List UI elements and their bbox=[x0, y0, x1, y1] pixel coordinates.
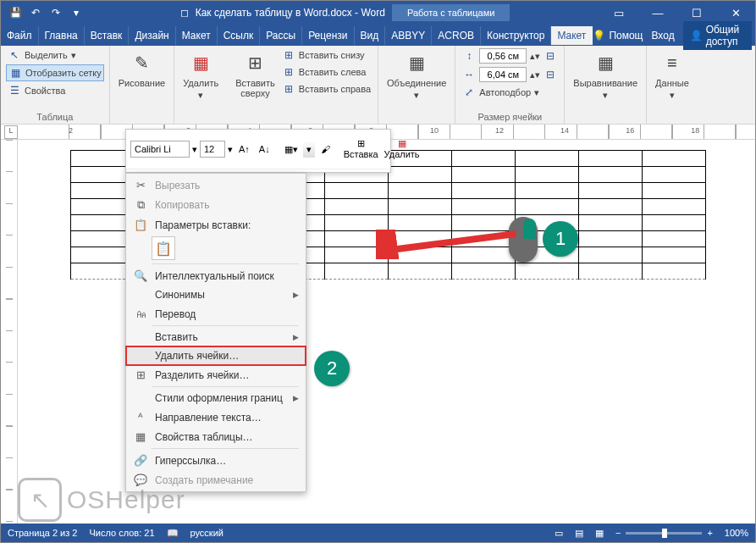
share-icon: 👤 bbox=[690, 30, 703, 42]
alignment-button[interactable]: ▦Выравнивание▾ bbox=[570, 47, 641, 102]
workspace bbox=[1, 140, 755, 524]
paste-option-keep-source[interactable]: 📋 bbox=[152, 236, 175, 260]
chevron-right-icon: ▶ bbox=[293, 291, 299, 299]
insert-left-button[interactable]: ⊞Вставить слева bbox=[280, 64, 372, 80]
tab-abbyy[interactable]: ABBYY bbox=[385, 26, 432, 45]
tab-design[interactable]: Дизайн bbox=[129, 26, 175, 45]
ctx-synonyms[interactable]: Синонимы▶ bbox=[126, 285, 306, 304]
tab-layout[interactable]: Макет bbox=[176, 26, 218, 45]
view-print-icon[interactable]: ▤ bbox=[575, 528, 583, 539]
format-painter-icon[interactable]: 🖌 bbox=[317, 141, 334, 158]
insert-right-icon: ⊞ bbox=[282, 82, 295, 96]
delete-button[interactable]: ▦Удалить▾ bbox=[179, 47, 222, 102]
insert-right-button[interactable]: ⊞Вставить справа bbox=[280, 81, 372, 97]
ribbon: ↖Выделить ▾ ▦Отобразить сетку ☰Свойства … bbox=[1, 46, 755, 125]
ctx-insert[interactable]: Вставить▶ bbox=[126, 328, 306, 346]
redo-icon[interactable]: ↷ bbox=[47, 3, 65, 22]
merge-icon: ▦ bbox=[403, 49, 430, 76]
ctx-translate[interactable]: 🗛Перевод bbox=[126, 304, 306, 324]
quick-access-toolbar: 💾 ↶ ↷ ▾ bbox=[1, 3, 91, 22]
grow-font-icon[interactable]: A↑ bbox=[235, 141, 253, 158]
delete-icon: ▦ bbox=[398, 139, 406, 148]
tab-table-design[interactable]: Конструктор bbox=[481, 26, 551, 45]
status-language[interactable]: русский bbox=[190, 528, 223, 538]
tab-table-layout[interactable]: Макет bbox=[551, 26, 593, 45]
font-family-input[interactable] bbox=[130, 141, 190, 158]
status-page[interactable]: Страница 2 из 2 bbox=[8, 528, 77, 538]
row-height-input[interactable] bbox=[479, 48, 527, 64]
tab-view[interactable]: Вид bbox=[355, 26, 386, 45]
signin-label[interactable]: Вход bbox=[651, 30, 674, 42]
cut-icon: ✂ bbox=[133, 179, 148, 191]
tab-file[interactable]: Файл bbox=[1, 26, 39, 45]
tab-mailings[interactable]: Рассы bbox=[260, 26, 302, 45]
ruler-vertical[interactable] bbox=[1, 140, 18, 524]
insert-left-icon: ⊞ bbox=[282, 65, 295, 79]
tab-references[interactable]: Ссылк bbox=[218, 26, 261, 45]
ctx-table-properties[interactable]: ▦Свойства таблицы… bbox=[126, 427, 306, 446]
distribute-cols-icon[interactable]: ⊟ bbox=[544, 68, 557, 81]
ctx-text-direction[interactable]: ᴬНаправление текста… bbox=[126, 407, 306, 427]
ctx-border-styles[interactable]: Стили оформления границ▶ bbox=[126, 389, 306, 407]
tab-insert[interactable]: Вставк bbox=[85, 26, 130, 45]
status-words[interactable]: Число слов: 21 bbox=[89, 528, 154, 538]
row-height-field[interactable]: ↕▴▾⊟ bbox=[461, 47, 559, 64]
ctx-delete-cells[interactable]: Удалить ячейки… bbox=[126, 346, 306, 365]
font-size-input[interactable] bbox=[200, 141, 225, 158]
col-width-field[interactable]: ↔▴▾⊟ bbox=[461, 66, 559, 83]
properties-icon: ☰ bbox=[8, 84, 21, 97]
zoom-out-icon[interactable]: − bbox=[615, 528, 621, 538]
align-icon: ▦ bbox=[592, 49, 619, 76]
merge-button[interactable]: ▦Объединение▾ bbox=[384, 47, 450, 102]
zoom-in-icon[interactable]: + bbox=[707, 528, 712, 538]
zoom-level[interactable]: 100% bbox=[725, 528, 748, 538]
translate-icon: 🗛 bbox=[133, 308, 148, 320]
tab-home[interactable]: Главна bbox=[39, 26, 85, 45]
border-style-icon[interactable]: ▦▾ bbox=[282, 141, 301, 158]
group-alignment: ▦Выравнивание▾ bbox=[565, 46, 647, 124]
autofit-button[interactable]: ⤢Автоподбор ▾ bbox=[461, 85, 559, 100]
view-read-icon[interactable]: ▭ bbox=[555, 528, 563, 539]
callout-2: 2 bbox=[314, 351, 350, 386]
cursor-icon: ↖ bbox=[8, 48, 21, 62]
ctx-hyperlink[interactable]: 🔗Гиперссылка… bbox=[126, 451, 306, 470]
insert-above-button[interactable]: ⊞Вставить сверху bbox=[232, 47, 279, 100]
group-draw: ✎Рисование bbox=[110, 46, 174, 124]
context-menu: ✂Вырезать ⧉Копировать 📋Параметры вставки… bbox=[125, 173, 306, 492]
qat-custom-icon[interactable]: ▾ bbox=[67, 3, 86, 22]
callout-1: 1 bbox=[543, 221, 578, 257]
text-direction-icon: ᴬ bbox=[133, 411, 148, 424]
mini-insert-button[interactable]: ⊞Вставка bbox=[342, 138, 380, 160]
ctx-paste-options: 📋Параметры вставки: bbox=[126, 215, 306, 235]
select-button[interactable]: ↖Выделить ▾ bbox=[6, 47, 104, 63]
word-icon: ◻ bbox=[180, 7, 189, 19]
tab-acrobat[interactable]: ACROB bbox=[432, 26, 481, 45]
view-gridlines-button[interactable]: ▦Отобразить сетку bbox=[6, 64, 104, 81]
col-width-input[interactable] bbox=[479, 67, 527, 82]
insert-above-icon: ⊞ bbox=[241, 49, 268, 76]
distribute-rows-icon[interactable]: ⊟ bbox=[544, 49, 557, 63]
ctx-copy[interactable]: ⧉Копировать bbox=[126, 195, 306, 215]
ctx-smart-lookup[interactable]: 🔍Интеллектуальный поиск bbox=[126, 266, 306, 285]
zoom-slider[interactable]: − + bbox=[615, 528, 713, 538]
data-button[interactable]: ≡Данные▾ bbox=[652, 47, 693, 102]
view-web-icon[interactable]: ▦ bbox=[595, 528, 604, 539]
undo-icon[interactable]: ↶ bbox=[26, 3, 45, 22]
ctx-split-cells[interactable]: ⊞Разделить ячейки… bbox=[126, 365, 306, 385]
ctx-cut[interactable]: ✂Вырезать bbox=[126, 175, 306, 195]
tab-review[interactable]: Рецензи bbox=[302, 26, 354, 45]
grid-icon: ▦ bbox=[8, 66, 22, 80]
insert-below-button[interactable]: ⊞Вставить снизу bbox=[280, 47, 372, 63]
watermark-cursor-icon: ↖ bbox=[18, 478, 62, 522]
save-icon[interactable]: 💾 bbox=[6, 3, 25, 22]
tell-me-label[interactable]: Помощ bbox=[609, 30, 643, 42]
insert-icon: ⊞ bbox=[357, 139, 365, 148]
tell-me-icon[interactable]: 💡 bbox=[593, 30, 605, 42]
status-proofing-icon[interactable]: 📖 bbox=[167, 528, 179, 539]
fill-color-icon[interactable]: ▾ bbox=[303, 141, 315, 158]
draw-button[interactable]: ✎Рисование bbox=[115, 47, 168, 90]
properties-button[interactable]: ☰Свойства bbox=[6, 83, 104, 98]
watermark: ↖ OSHelper bbox=[18, 478, 185, 522]
mini-delete-button[interactable]: ▦Удалить bbox=[383, 138, 422, 160]
shrink-font-icon[interactable]: A↓ bbox=[256, 141, 273, 158]
